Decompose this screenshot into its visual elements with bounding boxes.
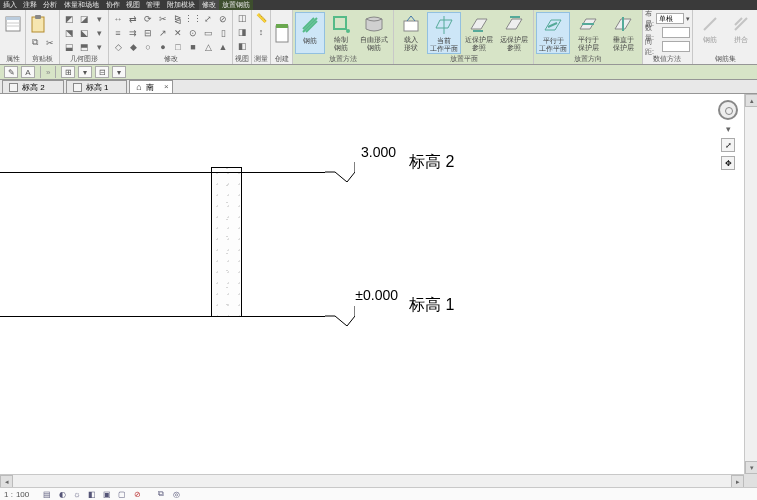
crop-region-icon[interactable]: ▢	[116, 489, 128, 500]
offset-button[interactable]: ⇉	[126, 26, 140, 39]
tab-level1[interactable]: 标高 1	[66, 80, 128, 93]
tool[interactable]: ▲	[216, 40, 230, 53]
layout-input[interactable]	[656, 13, 684, 24]
menu-item[interactable]: 体量和场地	[60, 0, 103, 10]
cope-button[interactable]: ◩	[62, 12, 76, 25]
option-button[interactable]: ✎	[4, 66, 18, 78]
rebar-button[interactable]: 钢筋	[295, 12, 325, 54]
dimension-tool[interactable]: ↕	[254, 25, 268, 38]
scale-value[interactable]: 100	[16, 490, 29, 499]
menu-item[interactable]: 管理	[143, 0, 163, 10]
paste-button[interactable]	[28, 13, 48, 35]
scale-button[interactable]: ⤢	[201, 12, 215, 25]
menu-item-place-rebar[interactable]: 放置钢筋	[219, 0, 253, 10]
parallel-workplane-button[interactable]: 平行于 工作平面	[536, 12, 570, 54]
align-button[interactable]: ≡	[111, 26, 125, 39]
view-tool[interactable]: ◧	[235, 39, 249, 52]
level-1-name[interactable]: 标高 1	[409, 295, 454, 316]
temp-view-icon[interactable]: ◎	[170, 489, 182, 500]
wall-join-button[interactable]: ⬓	[62, 40, 76, 53]
menu-item[interactable]: 插入	[0, 0, 20, 10]
vertical-scrollbar[interactable]: ▴ ▾	[744, 94, 757, 474]
group-button[interactable]: ▭	[201, 26, 215, 39]
menu-item[interactable]: 附加模块	[163, 0, 199, 10]
option-button[interactable]: A	[21, 66, 35, 78]
sketch-rebar-button[interactable]: 绘制 钢筋	[326, 12, 356, 54]
paint-button[interactable]: ⬒	[77, 40, 91, 53]
view-tool[interactable]: ◨	[235, 25, 249, 38]
scroll-down-icon[interactable]: ▾	[745, 461, 757, 474]
parallel-cover-button[interactable]: 平行于 保护层	[571, 12, 605, 54]
option-drop[interactable]: ▾	[78, 66, 92, 78]
view-tool[interactable]: ◫	[235, 11, 249, 24]
cut-geometry-button[interactable]: ◪	[77, 12, 91, 25]
detail-level-icon[interactable]: ▤	[41, 489, 53, 500]
level-1-elevation[interactable]: ±0.000	[348, 287, 398, 303]
copy-button[interactable]: ⧉	[28, 36, 42, 49]
drop-icon[interactable]: ▾	[92, 26, 106, 39]
current-workplane-button[interactable]: 当前 工作平面	[427, 12, 461, 54]
drop-icon[interactable]: ▾	[686, 15, 690, 23]
near-cover-button[interactable]: 近保护层 参照	[462, 12, 496, 54]
sun-path-icon[interactable]: ☼	[71, 489, 83, 500]
menu-item[interactable]: 协作	[103, 0, 123, 10]
unify-button[interactable]: 拼合	[726, 12, 756, 54]
rebar-set-rebar-button[interactable]: 钢筋	[695, 12, 725, 54]
hide-isolate-icon[interactable]: ⊘	[131, 489, 143, 500]
rotate-button[interactable]: ⟳	[141, 12, 155, 25]
menu-item[interactable]: 分析	[40, 0, 60, 10]
cut-button[interactable]: ✂	[43, 36, 57, 49]
trim-button[interactable]: ✂	[156, 12, 170, 25]
option-drop[interactable]: ▾	[112, 66, 126, 78]
tool[interactable]: ◇	[111, 40, 125, 53]
wall-section[interactable]	[211, 167, 242, 317]
menu-item-modify[interactable]: 修改	[199, 0, 219, 10]
drop-icon[interactable]: ▾	[92, 40, 106, 53]
tool[interactable]: △	[201, 40, 215, 53]
tool[interactable]: ■	[186, 40, 200, 53]
visual-style-icon[interactable]: ◐	[56, 489, 68, 500]
level-2-elevation[interactable]: 3.000	[352, 144, 396, 160]
close-icon[interactable]: ×	[164, 82, 169, 91]
measure-tool[interactable]: 📏	[254, 11, 268, 24]
move-button[interactable]: ↔	[111, 12, 125, 25]
horizontal-scrollbar[interactable]: ◂ ▸	[0, 474, 744, 487]
pin-button[interactable]: ⊘	[216, 12, 230, 25]
chevron-right-icon[interactable]: »	[46, 68, 50, 77]
scroll-up-icon[interactable]: ▴	[745, 94, 757, 107]
ungroup-button[interactable]: ▯	[216, 26, 230, 39]
drawing-canvas[interactable]: ▾ ⤢ ✥ 3.000 标高 2 ±0.000 标高 1	[0, 94, 744, 474]
drop-icon[interactable]: ▾	[92, 12, 106, 25]
tool[interactable]: ◆	[126, 40, 140, 53]
option-button[interactable]: ⊞	[61, 66, 75, 78]
split-face-button[interactable]: ⬕	[77, 26, 91, 39]
join-button[interactable]: ⬔	[62, 26, 76, 39]
split-button[interactable]: ⊟	[141, 26, 155, 39]
qty-input[interactable]	[662, 27, 690, 38]
tab-south[interactable]: ⌂ 南 ×	[129, 80, 172, 93]
properties-button[interactable]	[2, 12, 24, 54]
menu-item[interactable]: 视图	[123, 0, 143, 10]
perp-cover-button[interactable]: 垂直于 保护层	[606, 12, 640, 54]
crop-view-icon[interactable]: ▣	[101, 489, 113, 500]
copy-move-button[interactable]: ⇄	[126, 12, 140, 25]
tool[interactable]: ●	[156, 40, 170, 53]
unpin-button[interactable]: ⊙	[186, 26, 200, 39]
level-2-head[interactable]	[325, 162, 355, 182]
tool[interactable]: □	[171, 40, 185, 53]
mirror-button[interactable]: ⧎	[171, 12, 185, 25]
level-2-line[interactable]	[0, 172, 325, 173]
extend-button[interactable]: ↗	[156, 26, 170, 39]
freeform-rebar-button[interactable]: 自由形式 钢筋	[357, 12, 391, 54]
create-tool[interactable]	[273, 20, 290, 46]
tab-level2[interactable]: 标高 2	[2, 80, 64, 93]
level-1-head[interactable]	[325, 306, 355, 326]
tool[interactable]: ○	[141, 40, 155, 53]
array-button[interactable]: ⋮⋮	[186, 12, 200, 25]
delete-button[interactable]: ✕	[171, 26, 185, 39]
option-button[interactable]: ⊟	[95, 66, 109, 78]
level-2-name[interactable]: 标高 2	[409, 152, 454, 173]
spacing-input[interactable]	[662, 41, 690, 52]
load-shape-button[interactable]: 载入 形状	[396, 12, 426, 54]
reveal-hidden-icon[interactable]: ⧉	[155, 489, 167, 500]
